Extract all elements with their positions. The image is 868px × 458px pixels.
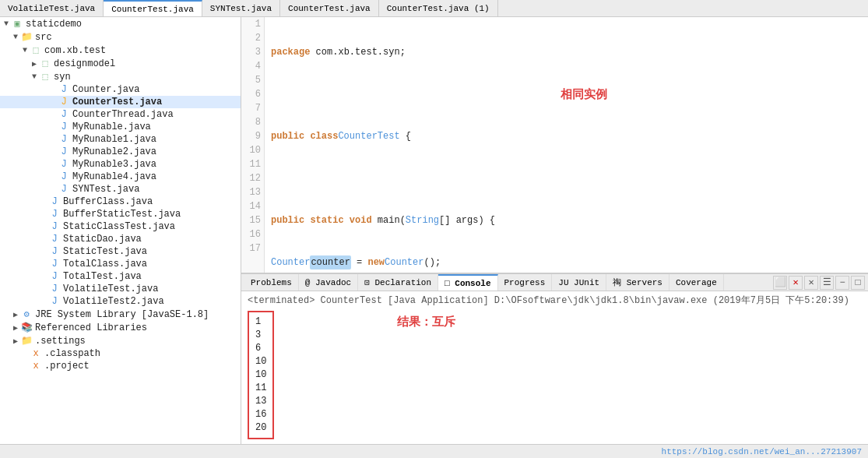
project-file-icon: x <box>30 361 42 372</box>
bottom-tabs: Problems @ Javadoc ⊡ Declaration □ Conso… <box>241 274 868 291</box>
sidebar-item-syntest[interactable]: ▶ J SYNTest.java <box>0 183 241 196</box>
library-icon: 📚 <box>20 322 33 333</box>
code-line-5: public static void main(String[] args) { <box>271 213 862 227</box>
sidebar-item-bufferclass[interactable]: ▶ J BufferClass.java <box>0 196 241 208</box>
sidebar-item-com-xb-test[interactable]: ▼ ⬚ com.xb.test <box>0 44 241 57</box>
code-line-4 <box>271 171 862 185</box>
sidebar-label: MyRunable3.java <box>72 159 156 170</box>
sidebar-item-myrunable3[interactable]: ▶ J MyRunable3.java <box>0 158 241 171</box>
tab-countertest3[interactable]: CounterTest.java (1) <box>379 0 498 16</box>
tab-syntest[interactable]: SYNTest.java <box>202 0 280 16</box>
sidebar-item-classpath[interactable]: ▶ x .classpath <box>0 347 241 360</box>
sidebar-item-staticdao[interactable]: ▶ J StaticDao.java <box>0 233 241 245</box>
status-url[interactable]: https://blog.csdn.net/wei_an...27213907 <box>662 447 862 456</box>
expand-arrow: ▼ <box>20 46 30 55</box>
tab-junit[interactable]: JU JUnit <box>552 274 606 291</box>
sidebar-item-totalclass[interactable]: ▶ J TotalClass.java <box>0 258 241 270</box>
sidebar-label: .classpath <box>44 348 100 359</box>
sidebar-item-myrunable[interactable]: ▶ J MyRunable.java <box>0 121 241 133</box>
expand-arrow: ▼ <box>30 72 39 81</box>
sidebar-item-syn[interactable]: ▼ ⬚ syn <box>0 70 241 83</box>
sidebar-item-countertest[interactable]: ▶ J CounterTest.java <box>0 96 241 108</box>
sidebar-item-myrunable2[interactable]: ▶ J MyRunable2.java <box>0 146 241 158</box>
sidebar-label: src <box>35 32 52 43</box>
java-icon: J <box>48 234 61 245</box>
java-icon: J <box>58 159 70 170</box>
tab-countertest[interactable]: CounterTest.java <box>104 0 202 16</box>
sidebar-item-designmodel[interactable]: ▶ ⬚ designmodel <box>0 57 241 70</box>
code-line-6: Counter counter = new Counter(); <box>271 255 862 270</box>
editor-scroll[interactable]: 1 2 3 4 5 6 7 8 9 10 11 12 13 14 15 16 1 <box>241 17 868 273</box>
sidebar-label: designmodel <box>54 58 115 69</box>
code-line-3: public class CounterTest { <box>271 129 862 143</box>
expand-arrow: ▶ <box>30 59 39 69</box>
sidebar-item-jre[interactable]: ▶ ⚙ JRE System Library [JavaSE-1.8] <box>0 308 241 321</box>
sidebar-item-src[interactable]: ▼ 📁 src <box>0 30 241 44</box>
tab-progress[interactable]: Progress <box>498 274 553 291</box>
expand-arrow: ▶ <box>11 336 20 346</box>
line-numbers: 1 2 3 4 5 6 7 8 9 10 11 12 13 14 15 16 1 <box>241 17 265 273</box>
java-icon: J <box>48 284 61 294</box>
console-annotation: 结果：互斥 <box>397 315 455 328</box>
tab-servers[interactable]: 祹 Servers <box>606 274 669 291</box>
console-icon-2[interactable]: ✕ <box>789 276 803 290</box>
expand-arrow: ▶ <box>11 310 20 319</box>
sidebar-label: syn <box>54 72 71 83</box>
console-area[interactable]: <terminated> CounterTest [Java Applicati… <box>241 291 868 444</box>
bottom-panel: Problems @ Javadoc ⊡ Declaration □ Conso… <box>241 273 868 444</box>
sidebar-label: com.xb.test <box>44 45 106 56</box>
folder-icon: 📁 <box>20 31 33 43</box>
sidebar-label: StaticClassTest.java <box>63 221 175 232</box>
console-icon-minimize[interactable]: − <box>835 276 849 290</box>
java-icon: J <box>58 122 70 132</box>
sidebar-item-counterthread[interactable]: ▶ J CounterThread.java <box>0 108 241 121</box>
sidebar-label: MyRunable2.java <box>72 146 156 157</box>
console-terminated-text: <terminated> CounterTest [Java Applicati… <box>248 294 862 308</box>
sidebar-item-counter[interactable]: ▶ J Counter.java <box>0 83 241 96</box>
java-icon: J <box>58 109 70 120</box>
sidebar-item-staticdemo[interactable]: ▼ ▣ staticdemo <box>0 17 241 30</box>
expand-arrow: ▼ <box>11 33 20 41</box>
classpath-icon: x <box>30 348 42 359</box>
sidebar-item-referenced-libraries[interactable]: ▶ 📚 Referenced Libraries <box>0 321 241 334</box>
editor-wrapper: 1 2 3 4 5 6 7 8 9 10 11 12 13 14 15 16 1 <box>241 17 868 444</box>
sidebar-label: MyRunable4.java <box>72 171 156 182</box>
sidebar-item-myrunable4[interactable]: ▶ J MyRunable4.java <box>0 171 241 183</box>
tab-volatiletest[interactable]: VolatileTest.java <box>0 0 104 16</box>
sidebar-item-volatiletest2[interactable]: ▶ J VolatileTest2.java <box>0 295 241 308</box>
sidebar-item-settings[interactable]: ▶ 📁 .settings <box>0 334 241 347</box>
sidebar-item-project[interactable]: ▶ x .project <box>0 360 241 372</box>
console-toolbar: ⬜ ✕ ✕ ☰ − □ <box>773 276 865 290</box>
sidebar-label: staticdemo <box>26 19 82 30</box>
sidebar-label: CounterThread.java <box>72 109 174 120</box>
java-icon: J <box>58 184 70 195</box>
java-icon: J <box>58 134 70 145</box>
package-icon: ⬚ <box>30 44 42 56</box>
java-icon: J <box>48 246 61 257</box>
sidebar-item-statictest[interactable]: ▶ J StaticTest.java <box>0 245 241 258</box>
sidebar-label: Counter.java <box>72 84 139 95</box>
console-icon-3[interactable]: ✕ <box>804 276 818 290</box>
java-icon: J <box>58 84 70 95</box>
package-icon: ⬚ <box>39 58 51 69</box>
java-icon: J <box>48 221 61 232</box>
sidebar-item-bufferstatictest[interactable]: ▶ J BufferStaticTest.java <box>0 208 241 220</box>
tab-countertest2[interactable]: CounterTest.java <box>280 0 379 16</box>
sidebar-label: BufferStaticTest.java <box>63 209 181 220</box>
java-icon-selected: J <box>58 97 70 107</box>
sidebar-label: JRE System Library [JavaSE-1.8] <box>35 309 209 320</box>
console-icon-maximize[interactable]: □ <box>851 276 865 290</box>
console-icon-1[interactable]: ⬜ <box>773 276 787 290</box>
tab-console[interactable]: □ Console <box>438 274 497 291</box>
sidebar-item-volatiletest[interactable]: ▶ J VolatileTest.java <box>0 283 241 295</box>
sidebar-item-myrunable1[interactable]: ▶ J MyRunable1.java <box>0 133 241 146</box>
sidebar: ▼ ▣ staticdemo ▼ 📁 src ▼ ⬚ com.xb.test ▶… <box>0 17 241 444</box>
tab-declaration[interactable]: ⊡ Declaration <box>358 274 438 291</box>
tab-javadoc[interactable]: @ Javadoc <box>299 274 358 291</box>
sidebar-label: TotalClass.java <box>63 259 147 270</box>
tab-coverage[interactable]: Coverage <box>669 274 724 291</box>
sidebar-item-staticclasstest[interactable]: ▶ J StaticClassTest.java <box>0 220 241 233</box>
sidebar-item-totaltest[interactable]: ▶ J TotalTest.java <box>0 270 241 283</box>
console-icon-4[interactable]: ☰ <box>820 276 834 290</box>
tab-problems[interactable]: Problems <box>244 274 299 291</box>
